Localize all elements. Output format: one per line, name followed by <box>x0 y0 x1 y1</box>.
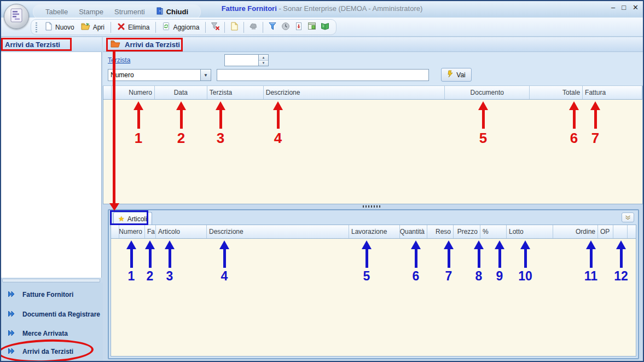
documents-grid-column-header-totale[interactable]: Totale <box>530 86 583 99</box>
app-menu-orb-button[interactable] <box>4 4 29 29</box>
articoli-grid-row-indicator-column[interactable] <box>111 225 119 238</box>
annotation-arrowhead <box>165 240 175 249</box>
articoli-grid-column-header-[interactable]: % <box>480 225 507 238</box>
chevron-down-icon[interactable]: ▼ <box>200 70 211 81</box>
annotation-arrowhead <box>616 240 626 249</box>
apri-button-label: Apri <box>93 24 105 31</box>
annotation-number: 5 <box>479 130 487 147</box>
spinner-up-button[interactable]: ▲ <box>259 55 268 61</box>
annotation-number: 9 <box>496 269 503 284</box>
annotation-arrowhead <box>219 240 229 249</box>
annotation-arrow-shaft <box>478 249 480 268</box>
articoli-grid-column-header-reso[interactable]: Reso <box>427 225 454 238</box>
aggiorna-button-label: Aggiorna <box>173 24 199 31</box>
search-input[interactable] <box>217 69 429 81</box>
sidebar-item-merce-arrivata[interactable]: Merce Arrivata <box>0 324 103 343</box>
documents-grid-column-header-numero[interactable]: Numero <box>112 86 155 99</box>
terzista-link[interactable]: Terzista <box>108 56 130 64</box>
chevron-right-icon <box>8 311 16 319</box>
articoli-grid-column-header-lotto[interactable]: Lotto <box>507 225 553 238</box>
refresh-icon <box>162 22 170 32</box>
annotation-number: 7 <box>591 130 599 147</box>
toolbar-separator <box>224 22 225 33</box>
articoli-grid-row-indicator-column[interactable] <box>613 225 628 238</box>
clock-icon <box>281 22 290 33</box>
articoli-grid-column-header-op[interactable]: OP <box>598 225 613 238</box>
articoli-grid-column-header-descrizione[interactable]: Descrizione <box>207 225 349 238</box>
filter-button[interactable] <box>266 21 279 33</box>
apri-button[interactable]: Apri <box>78 21 108 33</box>
delete-x-icon <box>117 22 125 32</box>
terzista-spinner: ▲ ▼ <box>224 54 269 66</box>
sidebar-splitter[interactable] <box>2 279 100 283</box>
articoli-grid-column-header-quantit[interactable]: Quantità <box>400 225 427 238</box>
documents-grid-column-header-fattura[interactable]: Fattura <box>583 86 642 99</box>
elimina-button[interactable]: Elimina <box>114 21 153 33</box>
sidebar-item-arrivi-da-terzisti[interactable]: Arrivi da Terzisti <box>0 342 103 361</box>
articoli-grid-column-header-ordine[interactable]: Ordine <box>553 225 598 238</box>
form-window-button[interactable] <box>305 21 318 33</box>
folder-icon <box>111 39 120 49</box>
aggiorna-button[interactable]: Aggiorna <box>159 21 202 33</box>
window-title-module: Fatture Fornitori <box>222 4 277 13</box>
vai-button[interactable]: Vai <box>441 68 472 82</box>
articoli-grid-column-header-lavorazione[interactable]: Lavorazione <box>349 225 400 238</box>
articoli-grid[interactable]: NumeroFaArticoloDescrizioneLavorazioneQu… <box>111 225 636 357</box>
minimize-button[interactable]: – <box>611 4 615 12</box>
annotation-number: 1 <box>128 269 135 284</box>
annotation-arrowhead <box>273 101 283 110</box>
terzista-spinner-input[interactable] <box>225 55 258 66</box>
annotation-number: 4 <box>274 130 282 147</box>
stamp-button[interactable] <box>247 21 260 33</box>
maximize-button[interactable]: □ <box>622 4 626 12</box>
nuovo-button[interactable]: Nuovo <box>41 21 78 33</box>
annotation-arrowhead <box>411 240 421 249</box>
documents-grid-column-header-terzista[interactable]: Terzista <box>207 86 264 99</box>
tab-articoli[interactable]: ★ Articoli <box>113 212 152 225</box>
sidebar-item-documenti-da-registrare[interactable]: Documenti da Registrare <box>0 305 103 324</box>
splitter-grip[interactable] <box>363 205 381 208</box>
documents-grid-column-header-data[interactable]: Data <box>155 86 207 99</box>
documents-grid[interactable]: NumeroDataTerzistaDescrizioneDocumentoTo… <box>103 86 643 204</box>
clear-filter-button[interactable] <box>208 21 222 33</box>
sidebar-item-fatture-fornitori[interactable]: Fatture Fornitori <box>0 285 103 304</box>
export-document-button[interactable] <box>292 21 305 33</box>
horizontal-splitter[interactable] <box>103 204 643 209</box>
blank-page-icon <box>230 22 238 33</box>
annotation-arrowhead <box>126 240 136 249</box>
annotation-arrowhead <box>590 101 600 110</box>
main-panel-header: Arrivi da Terzisti <box>103 37 643 52</box>
export-document-icon <box>295 22 303 33</box>
annotation-arrowhead <box>444 240 454 249</box>
annotation-number: 8 <box>475 269 483 284</box>
toolbar-drag-grip[interactable] <box>36 22 37 32</box>
window-title-app: - Sonar Enterprise (DEMOA - Amministrato… <box>279 4 422 13</box>
collapse-panel-button[interactable] <box>622 212 634 222</box>
sidebar-header: Arrivi da Terzisti <box>1 37 102 52</box>
sidebar-list-area[interactable] <box>1 52 102 278</box>
articoli-grid-column-header-fa[interactable]: Fa <box>145 225 156 238</box>
toolbar-separator <box>243 22 244 33</box>
documents-grid-column-header-documento[interactable]: Documento <box>445 86 530 99</box>
documents-grid-column-header-descrizione[interactable]: Descrizione <box>264 86 445 99</box>
annotation-number: 6 <box>413 269 420 284</box>
search-field-dropdown[interactable]: Numero ▼ <box>108 69 211 81</box>
clear-filter-icon <box>211 22 220 33</box>
articoli-grid-column-header-prezzo[interactable]: Prezzo <box>454 225 480 238</box>
articoli-grid-column-header-articolo[interactable]: Articolo <box>156 225 207 238</box>
window-title: Fatture Fornitori - Sonar Enterprise (DE… <box>0 4 644 13</box>
annotation-number: 7 <box>445 269 452 284</box>
blank-page-button[interactable] <box>228 21 241 33</box>
documents-grid-row-indicator-column[interactable] <box>103 86 112 99</box>
toolbar-separator <box>205 22 206 33</box>
annotation-number: 1 <box>135 130 142 147</box>
annotation-arrow-shaft <box>590 249 593 268</box>
help-book-button[interactable] <box>318 21 332 33</box>
clock-button[interactable] <box>279 21 292 33</box>
articoli-grid-column-header-numero[interactable]: Numero <box>119 225 145 238</box>
annotation-number: 4 <box>221 269 228 284</box>
annotation-arrow-shaft <box>524 249 527 268</box>
lightning-icon <box>447 70 454 79</box>
spinner-down-button[interactable]: ▼ <box>259 61 268 66</box>
close-button[interactable]: ✕ <box>633 4 639 12</box>
